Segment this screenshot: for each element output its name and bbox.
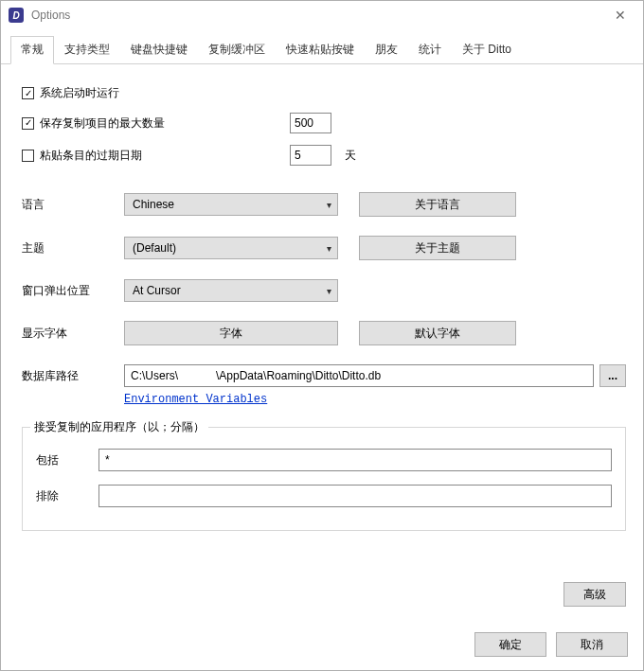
label-theme: 主题 <box>22 240 124 256</box>
row-popup-pos: 窗口弹出位置 At Cursor ▾ <box>22 279 626 302</box>
window-title: Options <box>31 9 601 22</box>
button-about-language[interactable]: 关于语言 <box>359 192 516 217</box>
row-db-path: 数据库路径 ... <box>22 364 626 387</box>
input-db-path[interactable] <box>124 364 594 387</box>
label-exclude: 排除 <box>36 488 98 504</box>
row-include: 包括 <box>36 449 612 471</box>
button-advanced[interactable]: 高级 <box>564 582 626 607</box>
button-font[interactable]: 字体 <box>124 321 338 345</box>
checkbox-max-copies[interactable]: ✓ <box>22 117 34 130</box>
label-run-at-startup[interactable]: 系统启动时运行 <box>40 85 119 101</box>
row-language: 语言 Chinese ▾ 关于语言 <box>22 192 626 217</box>
label-expire[interactable]: 粘贴条目的过期日期 <box>40 148 290 164</box>
tab-supported-types[interactable]: 支持类型 <box>54 36 120 64</box>
tab-friends[interactable]: 朋友 <box>365 36 408 64</box>
input-expire-days[interactable] <box>290 145 331 166</box>
options-window: D Options ✕ 常规 支持类型 键盘快捷键 复制缓冲区 快速粘贴按键 朋… <box>0 0 644 671</box>
label-db-path: 数据库路径 <box>22 368 124 384</box>
checkbox-expire[interactable] <box>22 150 34 162</box>
tab-about[interactable]: 关于 Ditto <box>452 36 522 64</box>
row-max-copies: ✓ 保存复制项目的最大数量 <box>22 113 626 133</box>
button-browse[interactable]: ... <box>599 364 626 387</box>
select-popup-pos-value: At Cursor <box>133 284 181 297</box>
select-popup-pos[interactable]: At Cursor ▾ <box>124 279 338 302</box>
input-max-copies[interactable] <box>290 113 331 133</box>
row-env-vars: Environment Variables <box>22 393 626 406</box>
row-display-font: 显示字体 字体 默认字体 <box>22 321 626 345</box>
select-language-value: Chinese <box>133 198 174 211</box>
label-include: 包括 <box>36 452 98 468</box>
tabstrip: 常规 支持类型 键盘快捷键 复制缓冲区 快速粘贴按键 朋友 统计 关于 Ditt… <box>1 29 643 64</box>
tab-copy-buffer[interactable]: 复制缓冲区 <box>198 36 276 64</box>
row-theme: 主题 (Default) ▾ 关于主题 <box>22 236 626 260</box>
close-button[interactable]: ✕ <box>601 2 639 28</box>
label-max-copies[interactable]: 保存复制项目的最大数量 <box>40 115 290 132</box>
label-language: 语言 <box>22 197 124 213</box>
select-language[interactable]: Chinese ▾ <box>124 193 338 216</box>
input-include[interactable] <box>98 449 612 471</box>
tab-keyboard-shortcuts[interactable]: 键盘快捷键 <box>120 36 198 64</box>
link-env-vars[interactable]: Environment Variables <box>124 393 267 406</box>
button-cancel[interactable]: 取消 <box>556 632 628 657</box>
row-expire: 粘贴条目的过期日期 天 <box>22 145 626 166</box>
label-popup-pos: 窗口弹出位置 <box>22 283 124 299</box>
app-icon: D <box>9 8 24 23</box>
label-display-font: 显示字体 <box>22 326 124 342</box>
row-run-at-startup: ✓ 系统启动时运行 <box>22 85 626 101</box>
tab-stats[interactable]: 统计 <box>408 36 452 64</box>
select-theme[interactable]: (Default) ▾ <box>124 237 338 259</box>
chevron-down-icon: ▾ <box>327 243 331 254</box>
row-advanced: 高级 <box>22 582 626 607</box>
chevron-down-icon: ▾ <box>327 200 331 210</box>
close-icon: ✕ <box>615 8 626 23</box>
tab-general[interactable]: 常规 <box>10 36 54 64</box>
groupbox-title: 接受复制的应用程序（以；分隔） <box>30 419 208 435</box>
select-theme-value: (Default) <box>133 241 176 255</box>
button-about-theme[interactable]: 关于主题 <box>359 236 516 260</box>
footer: 确定 取消 <box>1 623 643 670</box>
chevron-down-icon: ▾ <box>327 286 331 296</box>
groupbox-accept-apps: 接受复制的应用程序（以；分隔） 包括 排除 <box>22 427 626 531</box>
button-ok[interactable]: 确定 <box>474 632 546 657</box>
titlebar: D Options ✕ <box>1 1 643 29</box>
row-exclude: 排除 <box>36 485 612 507</box>
label-expire-unit: 天 <box>345 148 356 164</box>
button-default-font[interactable]: 默认字体 <box>359 321 516 345</box>
input-exclude[interactable] <box>98 485 612 507</box>
tab-quick-paste[interactable]: 快速粘贴按键 <box>276 36 365 64</box>
checkbox-run-at-startup[interactable]: ✓ <box>22 87 34 99</box>
tab-body: ✓ 系统启动时运行 ✓ 保存复制项目的最大数量 粘贴条目的过期日期 天 语言 C… <box>1 64 643 623</box>
